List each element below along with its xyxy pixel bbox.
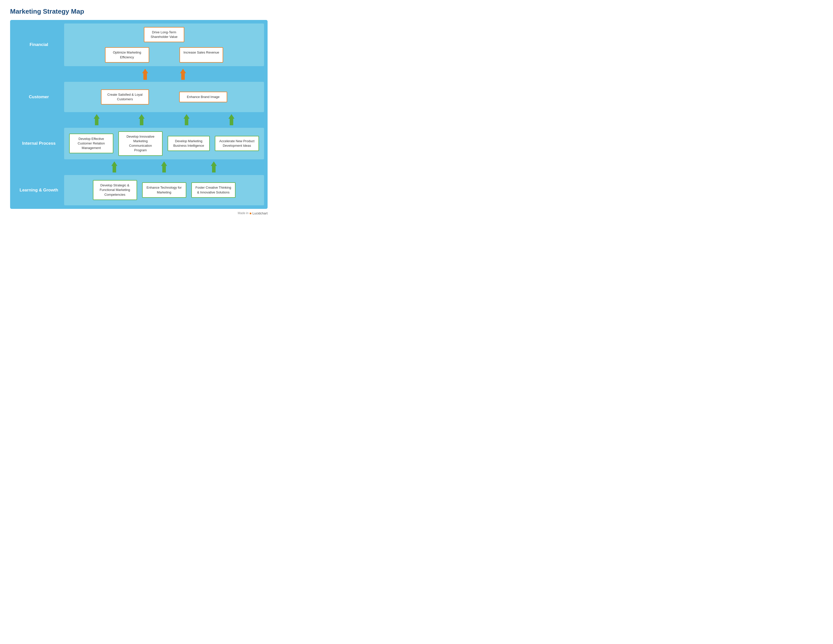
node-competencies[interactable]: Develop Strategic & Functional Marketing… bbox=[93, 180, 137, 200]
node-comm-program[interactable]: Develop Innovative Marketing Communicati… bbox=[118, 131, 162, 156]
arrow-green-6 bbox=[160, 161, 168, 172]
arrow-green-1 bbox=[93, 114, 100, 125]
node-crm[interactable]: Develop Effective Customer Relation Mana… bbox=[69, 134, 113, 153]
diagram: Financial Drive Long-TermShareholder Val… bbox=[10, 20, 268, 209]
node-bi[interactable]: Develop Marketing Business Intelligence bbox=[167, 136, 210, 151]
row-content-customer: Create Satisfied & Loyal Customers Enhan… bbox=[64, 82, 264, 112]
node-tech-marketing[interactable]: Enhance Technology for Marketing bbox=[142, 182, 186, 198]
node-creative-thinking[interactable]: Foster Creative Thinking & Innovative So… bbox=[191, 182, 235, 198]
arrow-orange-1 bbox=[142, 69, 149, 80]
node-drive-shareholder[interactable]: Drive Long-TermShareholder Value bbox=[144, 27, 184, 42]
row-label-internal: Internal Process bbox=[14, 128, 64, 159]
row-content-learning: Develop Strategic & Functional Marketing… bbox=[64, 175, 264, 205]
row-label-learning: Learning & Growth bbox=[14, 175, 64, 205]
row-internal: Internal Process Develop Effective Custo… bbox=[14, 128, 264, 159]
lucidchart-brand: ■ Lucidchart bbox=[250, 211, 268, 215]
row-financial: Financial Drive Long-TermShareholder Val… bbox=[14, 24, 264, 66]
financial-nodes-row: Optimize Marketing Efficiency Increase S… bbox=[69, 47, 259, 63]
node-brand-image[interactable]: Enhance Brand Image bbox=[179, 92, 227, 102]
node-product-dev[interactable]: Accelerate New Product Development Ideas bbox=[215, 136, 259, 151]
row-content-internal: Develop Effective Customer Relation Mana… bbox=[64, 128, 264, 159]
arrow-orange-2 bbox=[179, 69, 187, 80]
row-customer: Customer Create Satisfied & Loyal Custom… bbox=[14, 82, 264, 112]
internal-nodes-row: Develop Effective Customer Relation Mana… bbox=[69, 131, 259, 156]
node-optimize-marketing[interactable]: Optimize Marketing Efficiency bbox=[105, 47, 149, 63]
made-in-label: Made in bbox=[238, 211, 249, 215]
customer-nodes-row: Create Satisfied & Loyal Customers Enhan… bbox=[69, 89, 259, 105]
arrow-green-3 bbox=[183, 114, 190, 125]
watermark: Made in ■ Lucidchart bbox=[10, 211, 268, 215]
row-learning: Learning & Growth Develop Strategic & Fu… bbox=[14, 175, 264, 205]
arrow-green-4 bbox=[228, 114, 235, 125]
arrow-green-7 bbox=[210, 161, 217, 172]
node-increase-sales[interactable]: Increase Sales Revenue bbox=[180, 47, 224, 63]
learning-nodes-row: Develop Strategic & Functional Marketing… bbox=[69, 180, 259, 200]
row-label-financial: Financial bbox=[14, 24, 64, 66]
row-label-customer: Customer bbox=[14, 82, 64, 112]
top-node-wrapper: Drive Long-TermShareholder Value bbox=[144, 27, 184, 42]
page-title: Marketing Strategy Map bbox=[10, 8, 268, 15]
arrow-green-2 bbox=[138, 114, 145, 125]
node-satisfied-customers[interactable]: Create Satisfied & Loyal Customers bbox=[101, 89, 149, 105]
row-content-financial: Drive Long-TermShareholder Value Optimiz… bbox=[64, 24, 264, 66]
arrow-green-5 bbox=[111, 161, 118, 172]
